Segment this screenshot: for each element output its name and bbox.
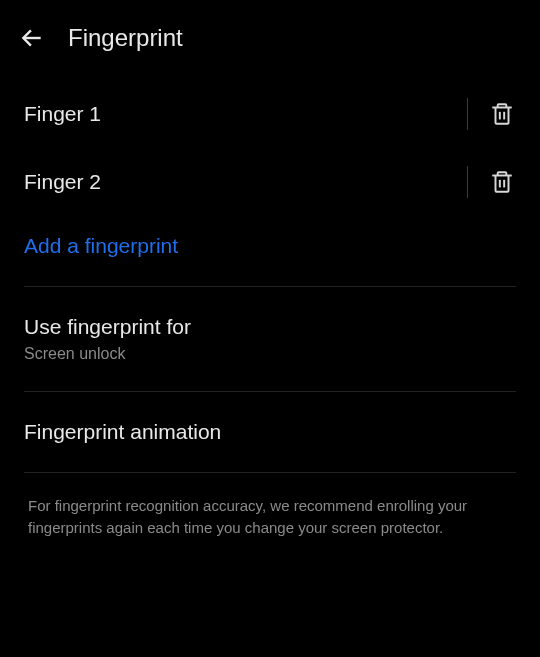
row-actions <box>467 98 516 130</box>
section-title: Fingerprint animation <box>24 420 516 444</box>
row-actions <box>467 166 516 198</box>
use-fingerprint-for-item[interactable]: Use fingerprint for Screen unlock <box>0 287 540 391</box>
section-title: Use fingerprint for <box>24 315 516 339</box>
add-fingerprint-link[interactable]: Add a fingerprint <box>24 234 178 257</box>
header: Fingerprint <box>0 0 540 80</box>
note-text: For fingerprint recognition accuracy, we… <box>28 495 512 539</box>
fingerprint-animation-item[interactable]: Fingerprint animation <box>0 392 540 472</box>
vertical-divider <box>467 98 468 130</box>
section-subtitle: Screen unlock <box>24 345 516 363</box>
back-arrow-icon[interactable] <box>18 24 46 52</box>
fingerprint-row: Finger 2 <box>0 148 540 216</box>
trash-icon[interactable] <box>488 168 516 196</box>
page-title: Fingerprint <box>68 24 183 52</box>
fingerprint-item[interactable]: Finger 2 <box>24 170 101 194</box>
fingerprint-row: Finger 1 <box>0 80 540 148</box>
footer-note: For fingerprint recognition accuracy, we… <box>0 473 540 539</box>
fingerprint-item[interactable]: Finger 1 <box>24 102 101 126</box>
vertical-divider <box>467 166 468 198</box>
add-fingerprint-row: Add a fingerprint <box>0 216 540 286</box>
trash-icon[interactable] <box>488 100 516 128</box>
